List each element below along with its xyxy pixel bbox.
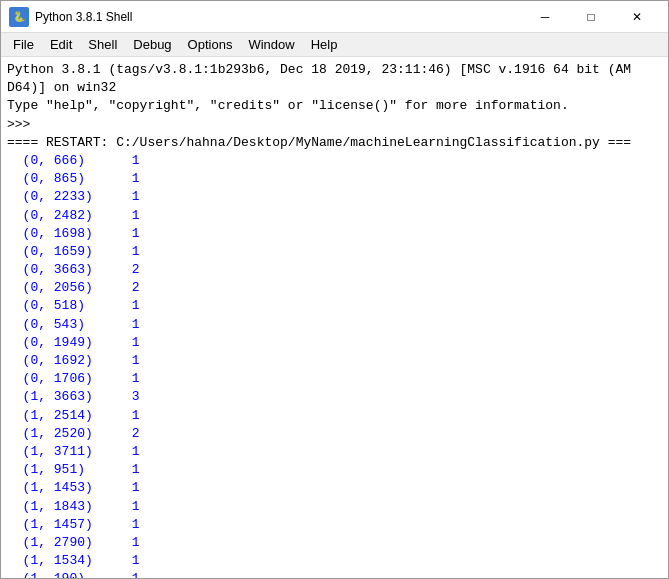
menu-help[interactable]: Help: [303, 35, 346, 54]
console-line: (0, 2056) 2: [7, 279, 662, 297]
menu-window[interactable]: Window: [240, 35, 302, 54]
console-line: (0, 1692) 1: [7, 352, 662, 370]
window-title: Python 3.8.1 Shell: [35, 10, 522, 24]
console-line: (0, 1659) 1: [7, 243, 662, 261]
console-line: (0, 543) 1: [7, 316, 662, 334]
console-line: (1, 1453) 1: [7, 479, 662, 497]
menu-debug[interactable]: Debug: [125, 35, 179, 54]
console-line: (0, 865) 1: [7, 170, 662, 188]
console-line: (1, 3663) 3: [7, 388, 662, 406]
console-line: (0, 1698) 1: [7, 225, 662, 243]
menu-file[interactable]: File: [5, 35, 42, 54]
close-button[interactable]: ✕: [614, 1, 660, 33]
maximize-icon: □: [587, 10, 594, 24]
console-line: (1, 3711) 1: [7, 443, 662, 461]
menu-options[interactable]: Options: [180, 35, 241, 54]
console-line: (1, 2790) 1: [7, 534, 662, 552]
minimize-icon: ─: [541, 10, 550, 24]
console-line: (1, 951) 1: [7, 461, 662, 479]
console-line: (1, 190) 1: [7, 570, 662, 578]
title-bar: 🐍 Python 3.8.1 Shell ─ □ ✕: [1, 1, 668, 33]
console-line: (0, 2233) 1: [7, 188, 662, 206]
maximize-button[interactable]: □: [568, 1, 614, 33]
app-icon: 🐍: [9, 7, 29, 27]
console-line: (0, 1949) 1: [7, 334, 662, 352]
console-line: (0, 666) 1: [7, 152, 662, 170]
console-line: ==== RESTART: C:/Users/hahna/Desktop/MyN…: [7, 134, 662, 152]
menu-shell[interactable]: Shell: [80, 35, 125, 54]
console-line: (0, 1706) 1: [7, 370, 662, 388]
console-line: (1, 2514) 1: [7, 407, 662, 425]
close-icon: ✕: [632, 10, 642, 24]
console-line: (1, 1534) 1: [7, 552, 662, 570]
menu-edit[interactable]: Edit: [42, 35, 80, 54]
window-controls: ─ □ ✕: [522, 1, 660, 33]
console-line: (0, 518) 1: [7, 297, 662, 315]
console-line: (1, 2520) 2: [7, 425, 662, 443]
console-line: (1, 1843) 1: [7, 498, 662, 516]
console-line: Type "help", "copyright", "credits" or "…: [7, 97, 662, 115]
console-line: >>>: [7, 116, 662, 134]
console-output[interactable]: Python 3.8.1 (tags/v3.8.1:1b293b6, Dec 1…: [1, 57, 668, 578]
console-line: Python 3.8.1 (tags/v3.8.1:1b293b6, Dec 1…: [7, 61, 662, 79]
console-line: (0, 2482) 1: [7, 207, 662, 225]
minimize-button[interactable]: ─: [522, 1, 568, 33]
console-line: (1, 1457) 1: [7, 516, 662, 534]
window: 🐍 Python 3.8.1 Shell ─ □ ✕ File Edit She…: [0, 0, 669, 579]
console-line: (0, 3663) 2: [7, 261, 662, 279]
menu-bar: File Edit Shell Debug Options Window Hel…: [1, 33, 668, 57]
console-line: D64)] on win32: [7, 79, 662, 97]
